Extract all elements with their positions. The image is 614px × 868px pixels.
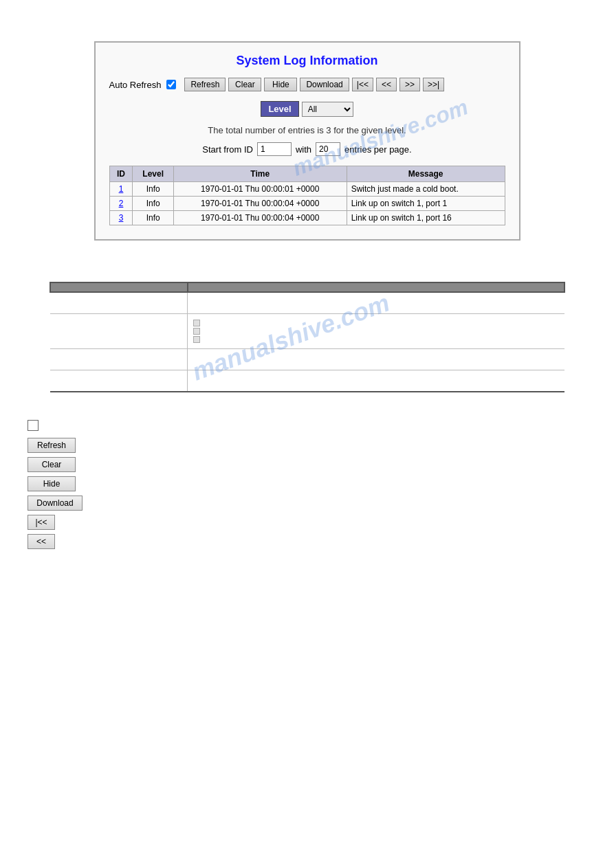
log-id-link[interactable]: 2 (119, 199, 124, 208)
auto-refresh-label: Auto Refresh (109, 80, 162, 90)
small-square-3 (193, 336, 200, 343)
small-squares (193, 320, 559, 343)
log-time: 1970-01-01 Thu 00:00:04 +0000 (173, 211, 347, 225)
start-row: Start from ID with entries per page. (109, 142, 505, 156)
nav-first-button[interactable]: |<< (352, 78, 373, 91)
auto-refresh-checkbox[interactable] (166, 80, 176, 89)
col-message-header: Message (347, 166, 505, 182)
log-time: 1970-01-01 Thu 00:00:01 +0000 (173, 182, 347, 197)
level-label: Level (261, 101, 298, 117)
log-message: Link up on switch 1, port 16 (347, 211, 505, 225)
bottom-download-button[interactable]: Download (28, 496, 83, 511)
bottom-checkbox-row (28, 420, 39, 431)
small-square-1 (193, 320, 200, 326)
entries-label: entries per page. (344, 144, 412, 155)
gray-cell-right (188, 292, 564, 314)
col-id-header: ID (109, 166, 133, 182)
table-row: 1 Info 1970-01-01 Thu 00:00:01 +0000 Swi… (109, 182, 505, 197)
bottom-clear-button[interactable]: Clear (28, 457, 76, 472)
log-table: ID Level Time Message 1 Info 1970-01-01 … (109, 166, 505, 225)
col-level-header: Level (133, 166, 173, 182)
mid-section: manualshive.com (50, 282, 565, 392)
bottom-checkbox-display (28, 420, 39, 431)
log-message: Link up on switch 1, port 1 (347, 197, 505, 211)
gray-cell-right (188, 314, 564, 349)
gray-col1-header (50, 282, 188, 292)
nav-prev-button[interactable]: << (376, 78, 397, 91)
log-message: Switch just made a cold boot. (347, 182, 505, 197)
panel-title: System Log Information (109, 54, 505, 68)
table-row: 3 Info 1970-01-01 Thu 00:00:04 +0000 Lin… (109, 211, 505, 225)
bottom-nav-first-button[interactable]: |<< (28, 515, 55, 530)
small-square-2 (193, 328, 200, 335)
gray-table (50, 282, 565, 392)
log-level: Info (133, 182, 173, 197)
info-text: The total number of entries is 3 for the… (109, 125, 505, 135)
log-id-link[interactable]: 1 (119, 184, 124, 194)
log-level: Info (133, 197, 173, 211)
col-time-header: Time (173, 166, 347, 182)
gray-row (50, 292, 564, 314)
toolbar-row: Auto Refresh Refresh Clear Hide Download… (109, 78, 505, 91)
bottom-hide-button[interactable]: Hide (28, 476, 76, 491)
gray-col2-header (188, 282, 564, 292)
entries-per-page-input[interactable] (316, 142, 340, 156)
gray-cell-right (188, 370, 564, 392)
log-id-link[interactable]: 3 (119, 213, 124, 223)
gray-cell-right (188, 349, 564, 370)
gray-row (50, 370, 564, 392)
gray-row (50, 349, 564, 370)
refresh-button[interactable]: Refresh (184, 78, 226, 91)
level-select[interactable]: All Info Warning Error (302, 102, 353, 117)
table-row: 2 Info 1970-01-01 Thu 00:00:04 +0000 Lin… (109, 197, 505, 211)
bottom-refresh-button[interactable]: Refresh (28, 438, 76, 453)
gray-cell-left (50, 370, 188, 392)
download-button[interactable]: Download (300, 78, 349, 91)
clear-button[interactable]: Clear (228, 78, 261, 91)
system-log-panel: manualshive.com System Log Information A… (94, 41, 520, 241)
nav-last-button[interactable]: >>| (423, 78, 444, 91)
gray-cell-left (50, 349, 188, 370)
start-label: Start from ID (202, 144, 253, 155)
gray-cell-left (50, 314, 188, 349)
hide-button[interactable]: Hide (264, 78, 297, 91)
start-id-input[interactable] (257, 142, 292, 156)
gray-row (50, 314, 564, 349)
bottom-section: Refresh Clear Hide Download |<< << (28, 420, 614, 549)
with-label: with (296, 144, 311, 155)
gray-cell-left (50, 292, 188, 314)
log-level: Info (133, 211, 173, 225)
log-time: 1970-01-01 Thu 00:00:04 +0000 (173, 197, 347, 211)
level-row: Level All Info Warning Error (109, 101, 505, 117)
bottom-nav-prev-button[interactable]: << (28, 534, 55, 549)
nav-next-button[interactable]: >> (399, 78, 420, 91)
